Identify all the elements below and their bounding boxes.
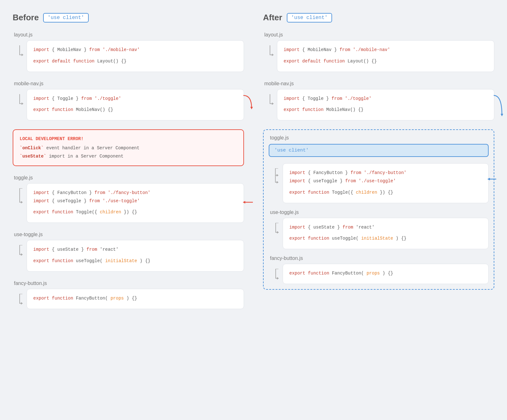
svg-marker-11: [277, 181, 279, 184]
toggle-import2-line: import { useToggle } from './use-toggle': [33, 197, 237, 205]
after-mobilenav-label: mobile-nav.js: [264, 81, 494, 87]
before-layout-label: layout.js: [14, 32, 244, 38]
fancybutton-connector-left-before: [16, 294, 23, 307]
before-toggle-section: toggle.js import { FancyButton } from '.…: [13, 175, 244, 223]
svg-marker-10: [277, 174, 279, 177]
usetoggle-import-line: import { useState } from 'react': [33, 246, 237, 254]
after-layout-label: layout.js: [264, 32, 494, 38]
after-layout-export-line: export default function Layout() {}: [284, 58, 488, 65]
usetoggle-export-line: export function useToggle( initialState …: [33, 257, 237, 265]
after-badge: 'use client': [287, 13, 332, 23]
after-layout-import-line: import { MobileNav } from './mobile-nav': [284, 46, 488, 54]
before-header: Before 'use client': [13, 13, 244, 23]
after-usetoggle-import-line: import { useState } from 'react': [289, 224, 482, 231]
mobilenav-import-line: import { Toggle } from './toggle': [33, 95, 237, 103]
svg-marker-2: [250, 107, 253, 109]
after-toggle-import1-line: import { FancyButton } from './fancy-but…: [289, 169, 482, 177]
svg-marker-7: [272, 54, 274, 56]
after-toggle-import2-line: import { useToggle } from './use-toggle': [289, 178, 482, 185]
after-toggle-export-line: export function Toggle({ children }) {}: [289, 189, 482, 197]
toggle-import1-line: import { FancyButton } from './fancy-but…: [33, 189, 237, 197]
before-error-box: LOCAL DEVELOPMENT ERROR! `onClick` event…: [13, 129, 244, 166]
svg-marker-1: [22, 102, 23, 105]
layout-connector-arrow: [16, 45, 23, 58]
toggle-export-line: export function Toggle({ children }) {}: [33, 209, 237, 216]
error-line1: `onClick` event handler in a Server Comp…: [20, 144, 237, 152]
after-usetoggle-section: use-toggle.js import { useState } from: [269, 210, 489, 249]
after-mobilenav-connector: [266, 94, 274, 107]
mobilenav-connector-arrow: [16, 94, 23, 107]
after-layout-code: import { MobileNav } from './mobile-nav'…: [277, 40, 494, 72]
usetoggle-connector-left: [16, 245, 23, 258]
before-fancybutton-label: fancy-button.js: [14, 281, 244, 286]
svg-marker-4: [243, 201, 245, 204]
after-mobilenav-section: mobile-nav.js import { Toggle } from './…: [263, 81, 494, 121]
after-toggle-label: toggle.js: [270, 135, 489, 141]
svg-marker-6: [21, 302, 23, 305]
svg-marker-8: [272, 102, 274, 105]
after-fancybutton-label: fancy-button.js: [270, 255, 489, 261]
before-fancybutton-section: fancy-button.js export function FancyBut…: [13, 281, 244, 309]
before-usetoggle-label: use-toggle.js: [14, 232, 244, 237]
after-fancybutton-connector: [272, 269, 279, 281]
before-mobilenav-label: mobile-nav.js: [14, 81, 244, 87]
after-mobilenav-export-line: export function MobileNav() {}: [284, 106, 488, 114]
svg-marker-0: [22, 54, 23, 56]
before-title: Before: [13, 13, 39, 23]
after-usetoggle-connector: [272, 223, 279, 236]
before-layout-section: layout.js import { MobileNav } from: [13, 32, 244, 72]
after-fancybutton-code: export function FancyButton( props ) {}: [283, 264, 489, 284]
svg-marker-14: [277, 277, 279, 280]
after-toggle-section: import { FancyButton } from './fancy-but…: [269, 163, 489, 203]
client-boundary-box: toggle.js 'use client' import: [263, 129, 494, 290]
svg-marker-3: [21, 201, 23, 204]
after-title: After: [263, 13, 282, 23]
before-mobilenav-code: import { Toggle } from './toggle' export…: [27, 89, 244, 121]
after-usetoggle-export-line: export function useToggle( initialState …: [289, 235, 482, 242]
before-toggle-code: import { FancyButton } from './fancy-but…: [27, 183, 244, 223]
error-title: LOCAL DEVELOPMENT ERROR!: [20, 135, 237, 143]
after-toggle-code: import { FancyButton } from './fancy-but…: [283, 163, 489, 203]
error-line2: `useState` import in a Server Component: [20, 152, 237, 160]
before-usetoggle-code: import { useState } from 'react' export …: [27, 240, 244, 272]
after-header: After 'use client': [263, 13, 494, 23]
after-fancybutton-export-line: export function FancyButton( props ) {}: [289, 270, 482, 277]
before-layout-code: import { MobileNav } from './mobile-nav'…: [27, 40, 244, 72]
toggle-connector-left: [16, 188, 23, 206]
after-fancybutton-section: fancy-button.js export function: [269, 255, 489, 284]
before-column: Before 'use client' layout.js import { M…: [13, 13, 244, 318]
after-usetoggle-code: import { useState } from 'react' export …: [283, 218, 489, 249]
after-layout-connector: [266, 45, 274, 58]
before-usetoggle-section: use-toggle.js import { useState } from '…: [13, 232, 244, 272]
before-error-arrow: [242, 92, 255, 113]
svg-marker-9: [501, 114, 503, 116]
fancybutton-export-line-before: export function FancyButton( props ) {}: [33, 295, 237, 302]
before-fancybutton-code: export function FancyButton( props ) {}: [27, 289, 244, 309]
after-mobilenav-import-line: import { Toggle } from './toggle': [284, 95, 488, 103]
layout-import-line: import { MobileNav } from './mobile-nav': [33, 46, 237, 54]
after-mobilenav-code: import { Toggle } from './toggle' export…: [277, 89, 494, 121]
use-client-directive-bar: 'use client': [269, 144, 489, 157]
after-toggle-connector: [271, 168, 280, 186]
after-layout-section: layout.js import { MobileNav } from './m…: [263, 32, 494, 72]
before-toggle-label: toggle.js: [14, 175, 244, 181]
svg-marker-12: [487, 178, 490, 180]
svg-marker-13: [277, 231, 279, 234]
after-column: After 'use client' layout.js import { Mo…: [263, 13, 494, 318]
after-boundary-arrow: [492, 92, 505, 119]
main-container: Before 'use client' layout.js import { M…: [13, 13, 494, 318]
mobilenav-export-line: export function MobileNav() {}: [33, 106, 237, 114]
after-usetoggle-label: use-toggle.js: [270, 210, 489, 215]
layout-export-line: export default function Layout() {}: [33, 58, 237, 65]
before-toggle-arrow-in: [242, 199, 255, 207]
before-badge: 'use client': [43, 13, 88, 23]
after-toggle-arrow-in: [487, 176, 498, 184]
before-mobilenav-section: mobile-nav.js import { Toggle } from './…: [13, 81, 244, 121]
svg-marker-5: [21, 253, 23, 256]
